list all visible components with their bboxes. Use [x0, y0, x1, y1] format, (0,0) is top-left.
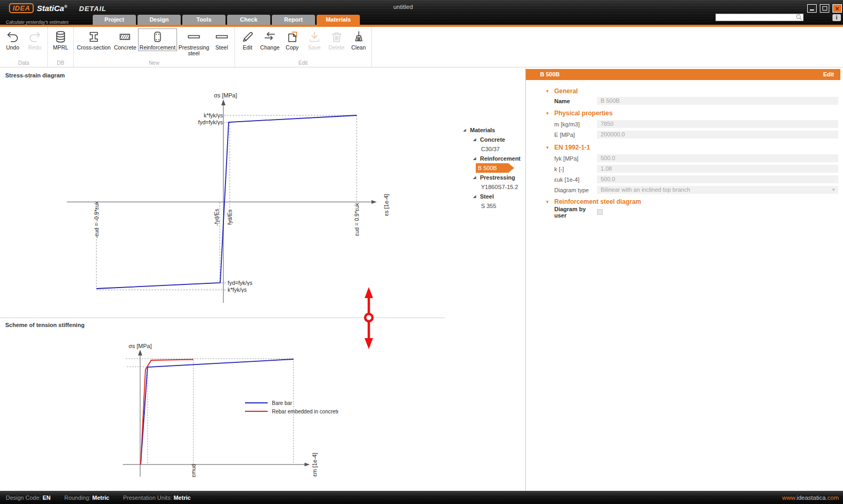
tree-item-b500b[interactable]: B 500B	[463, 163, 527, 173]
collapse-triangle-icon[interactable]: ▼	[545, 111, 554, 116]
property-row-name: Name B 500B	[526, 97, 840, 105]
copy-button[interactable]: Copy	[281, 28, 303, 51]
selected-item-highlight: B 500B	[476, 163, 508, 173]
maximize-button[interactable]	[820, 4, 829, 13]
splitter-arrow-down-icon	[365, 338, 373, 349]
search-input[interactable]	[716, 15, 796, 21]
statica-logo: StatiCa®	[37, 4, 67, 13]
tab-design[interactable]: Design	[138, 15, 181, 25]
section-general[interactable]: ▼ General	[526, 87, 840, 95]
collapse-triangle-icon[interactable]: ▼	[545, 145, 554, 150]
undo-button[interactable]: Undo	[2, 28, 24, 51]
tree-item-y1860s7[interactable]: Y1860S7-15.2	[463, 182, 527, 192]
concrete-button[interactable]: Concrete	[112, 28, 138, 51]
idea-statica-detail-window: IDEA StatiCa® DETAIL Calculate yesterday…	[0, 0, 843, 504]
x-axis-arrow	[371, 200, 377, 204]
property-row-diagram-by-user: Diagram by user	[526, 208, 840, 216]
website-link[interactable]: www.ideastatica.com	[782, 495, 843, 501]
change-button[interactable]: Change	[259, 28, 281, 51]
k-field[interactable]: 1.08	[597, 165, 838, 173]
property-row-k: k [-] 1.08	[526, 165, 840, 173]
info-button[interactable]: i	[832, 14, 841, 21]
emud-label: εmud	[190, 464, 197, 477]
collapse-triangle-icon[interactable]: ▼	[545, 89, 554, 94]
tab-tools[interactable]: Tools	[182, 15, 226, 25]
collapse-triangle-icon[interactable]: ▼	[545, 200, 554, 204]
ribbon-group-edit: Edit Change Copy Save Delete Clean	[235, 27, 372, 67]
document-title: untitled	[369, 4, 437, 10]
expander-icon[interactable]: ◢	[473, 194, 480, 199]
name-field[interactable]: B 500B	[597, 97, 838, 105]
ribbon-group-caption: Edit	[235, 60, 371, 66]
splitter-handle[interactable]	[359, 284, 378, 352]
splitter-grip-icon	[365, 314, 373, 321]
mprl-button[interactable]: MPRL	[50, 28, 72, 51]
save-button[interactable]: Save	[303, 28, 326, 51]
properties-panel: B 500B Edit ▼ General Name B 500B ▼ Phys…	[526, 68, 840, 491]
section-physical-properties[interactable]: ▼ Physical properties	[526, 109, 840, 117]
tree-item-s355[interactable]: S 355	[463, 201, 527, 211]
search-box[interactable]	[715, 14, 803, 21]
redo-button[interactable]: Redo	[24, 28, 46, 51]
property-row-e-modulus: E [MPa] 200000.0	[526, 131, 840, 139]
ribbon-group-caption: DB	[48, 60, 73, 66]
properties-header: B 500B Edit	[526, 69, 840, 80]
fyd-es-pos-label: fyd/Es	[227, 210, 233, 225]
expander-icon[interactable]: ◢	[473, 137, 480, 142]
expander-icon[interactable]: ◢	[473, 175, 480, 180]
expander-icon[interactable]: ◢	[463, 128, 470, 132]
clean-button[interactable]: Clean	[348, 28, 370, 51]
tree-node-reinforcement[interactable]: ◢ Reinforcement	[463, 154, 527, 163]
k-fyk-pos-label: k*fyk/γs	[204, 112, 223, 118]
cross-section-button[interactable]: Cross-section	[75, 28, 112, 51]
presentation-units-status: Presentation Units:Metric	[123, 495, 191, 501]
splitter-arrow-up-icon	[365, 287, 373, 298]
x-axis-arrow	[305, 463, 310, 467]
bare-bar-curve	[141, 359, 293, 465]
section-reinforcement-steel-diagram[interactable]: ▼ Reinforcement steel diagram	[526, 197, 840, 206]
design-code-status: Design Code:EN	[6, 495, 51, 501]
section-en-1992-1-1[interactable]: ▼ EN 1992-1-1	[526, 143, 840, 152]
close-button[interactable]: ✕	[832, 4, 842, 13]
e-modulus-field[interactable]: 200000.0	[597, 131, 838, 139]
euk-field[interactable]: 500.0	[597, 175, 838, 183]
property-row-euk: εuk [1e-4] 500.0	[526, 175, 840, 183]
diagram-type-dropdown[interactable]: Bilinear with an inclined top branch▼	[597, 186, 838, 194]
tab-report[interactable]: Report	[272, 15, 315, 25]
steel-button[interactable]: Steel	[211, 28, 233, 51]
edit-icon	[241, 29, 254, 45]
steel-icon	[215, 29, 229, 45]
tab-check[interactable]: Check	[227, 15, 270, 25]
tree-node-concrete[interactable]: ◢ Concrete	[463, 135, 527, 144]
registered-mark: ®	[64, 4, 67, 9]
ribbon-group-data: Undo Redo Data	[0, 27, 48, 67]
splitter-line[interactable]	[0, 318, 445, 318]
panel-edit-button[interactable]: Edit	[823, 69, 834, 80]
tab-materials[interactable]: Materials	[317, 15, 360, 25]
minimize-button[interactable]	[807, 4, 817, 13]
prestressing-steel-button[interactable]: Prestressing steel	[177, 28, 211, 57]
trash-icon	[330, 29, 344, 45]
tree-node-prestressing[interactable]: ◢ Prestressing	[463, 173, 527, 182]
stress-strain-diagram-title: Stress-strain diagram	[5, 72, 65, 78]
property-row-mass: m [kg/m3] 7850	[526, 120, 840, 128]
ribbon-group-caption: Data	[0, 60, 47, 66]
fyk-field[interactable]: 500.0	[597, 154, 838, 162]
tree-node-materials[interactable]: ◢ Materials	[463, 125, 527, 135]
expander-icon[interactable]: ◢	[473, 156, 480, 161]
diagram-by-user-checkbox[interactable]	[597, 209, 603, 215]
rounding-status: Rounding:Metric	[64, 495, 110, 501]
copy-icon	[286, 29, 299, 45]
tree-item-c30-37[interactable]: C30/37	[463, 144, 527, 154]
tree-node-steel[interactable]: ◢ Steel	[463, 192, 527, 201]
fyd-neg-label: fyd=fyk/γs	[228, 280, 252, 286]
reinforcement-button[interactable]: Reinforcement	[138, 28, 177, 51]
edit-button[interactable]: Edit	[237, 28, 259, 51]
delete-button[interactable]: Delete	[326, 28, 348, 51]
y-axis-arrow	[138, 350, 142, 355]
reinforcement-icon	[151, 29, 164, 45]
tab-project[interactable]: Project	[93, 15, 136, 25]
stress-strain-chart: σs [MPa] εs [1e-4] k*fyk/γs fyd=fyk/γs f…	[63, 90, 393, 305]
y-axis-label: σs [MPa]	[129, 343, 152, 349]
mass-field[interactable]: 7850	[597, 120, 838, 128]
